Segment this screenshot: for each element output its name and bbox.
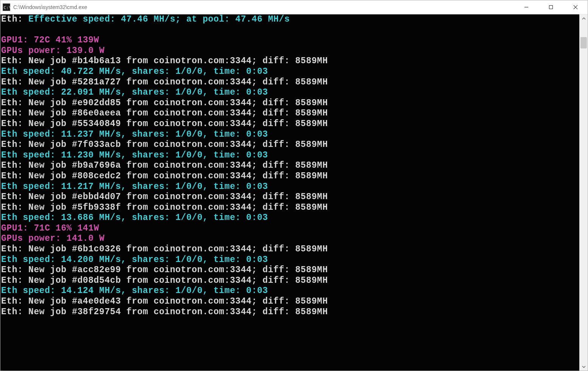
line-text: 11.230 MH/s, shares: 1/0/0, time: 0:03 bbox=[56, 150, 268, 160]
line-label: Eth: bbox=[1, 203, 23, 212]
terminal-line: Eth: New job #a4e0de43 from coinotron.co… bbox=[1, 296, 579, 307]
scrollbar-thumb[interactable] bbox=[580, 37, 587, 48]
terminal-line: Eth speed: 11.237 MH/s, shares: 1/0/0, t… bbox=[1, 129, 579, 140]
terminal-line: GPU1: 72C 41% 139W bbox=[1, 35, 579, 46]
line-label: GPUs power: bbox=[1, 234, 61, 243]
terminal-line: Eth: New job #e902dd85 from coinotron.co… bbox=[1, 98, 579, 109]
line-label: Eth: bbox=[1, 244, 23, 254]
line-label: Eth: bbox=[1, 56, 23, 66]
terminal-line: GPU1: 71C 16% 141W bbox=[1, 223, 579, 234]
svg-text:C:\: C:\ bbox=[4, 5, 11, 10]
line-label: Eth: bbox=[1, 119, 23, 129]
terminal-line: GPUs power: 141.0 W bbox=[1, 234, 579, 244]
terminal-line: GPUs power: 139.0 W bbox=[1, 46, 579, 56]
terminal-line: Eth: New job #808cedc2 from coinotron.co… bbox=[1, 171, 579, 182]
line-label: GPU1: bbox=[1, 223, 28, 233]
line-label: Eth: bbox=[1, 171, 23, 181]
line-text: Effective speed: 47.46 MH/s; at pool: 47… bbox=[23, 14, 290, 24]
line-text: 22.091 MH/s, shares: 1/0/0, time: 0:03 bbox=[56, 87, 268, 97]
terminal-line: Eth: New job #ebbd4d07 from coinotron.co… bbox=[1, 192, 579, 203]
line-label: Eth speed: bbox=[1, 129, 56, 139]
terminal-line: Eth speed: 40.722 MH/s, shares: 1/0/0, t… bbox=[1, 67, 579, 77]
line-label: Eth: bbox=[1, 276, 23, 285]
line-text: New job #b14b6a13 from coinotron.com:334… bbox=[23, 56, 328, 66]
line-text: 72C 41% 139W bbox=[28, 35, 99, 45]
line-text: 141.0 W bbox=[61, 234, 104, 243]
terminal-line: Eth: New job #7f033acb from coinotron.co… bbox=[1, 140, 579, 150]
titlebar[interactable]: C:\ C:\Windows\system32\cmd.exe bbox=[0, 0, 588, 14]
terminal-line: Eth speed: 11.230 MH/s, shares: 1/0/0, t… bbox=[1, 150, 579, 161]
line-label: Eth speed: bbox=[1, 87, 56, 97]
client-area: Eth: Effective speed: 47.46 MH/s; at poo… bbox=[0, 14, 588, 371]
line-label: Eth speed: bbox=[1, 150, 56, 160]
terminal-line: Eth: New job #38f29754 from coinotron.co… bbox=[1, 307, 579, 318]
minimize-button[interactable] bbox=[514, 0, 538, 14]
line-label: Eth speed: bbox=[1, 213, 56, 223]
terminal-line: Eth speed: 14.124 MH/s, shares: 1/0/0, t… bbox=[1, 286, 579, 296]
line-text: New job #86e0aeea from coinotron.com:334… bbox=[23, 108, 328, 118]
terminal-line: Eth: New job #86e0aeea from coinotron.co… bbox=[1, 108, 579, 119]
line-label: Eth: bbox=[1, 192, 23, 202]
terminal-line: Eth speed: 22.091 MH/s, shares: 1/0/0, t… bbox=[1, 87, 579, 98]
scroll-up-button[interactable] bbox=[580, 14, 588, 22]
terminal-line: Eth: New job #d08d54cb from coinotron.co… bbox=[1, 276, 579, 286]
line-label: GPUs power: bbox=[1, 46, 61, 56]
line-text: 11.237 MH/s, shares: 1/0/0, time: 0:03 bbox=[56, 129, 268, 139]
line-text: New job #5281a727 from coinotron.com:334… bbox=[23, 77, 328, 87]
window-buttons bbox=[514, 0, 588, 14]
window-title: C:\Windows\system32\cmd.exe bbox=[13, 4, 514, 10]
terminal-line: Eth speed: 11.217 MH/s, shares: 1/0/0, t… bbox=[1, 182, 579, 192]
line-label: Eth speed: bbox=[1, 255, 56, 265]
line-label: Eth: bbox=[1, 14, 23, 24]
terminal-line: Eth speed: 13.686 MH/s, shares: 1/0/0, t… bbox=[1, 213, 579, 223]
line-text: 40.722 MH/s, shares: 1/0/0, time: 0:03 bbox=[56, 67, 268, 76]
line-text: 139.0 W bbox=[61, 46, 104, 56]
line-text: 14.200 MH/s, shares: 1/0/0, time: 0:03 bbox=[56, 255, 268, 265]
line-label: Eth: bbox=[1, 265, 23, 275]
terminal-line: Eth: New job #5fb9338f from coinotron.co… bbox=[1, 203, 579, 213]
line-text: New job #d08d54cb from coinotron.com:334… bbox=[23, 276, 328, 285]
line-text: New job #b9a7696a from coinotron.com:334… bbox=[23, 161, 328, 170]
svg-rect-3 bbox=[549, 6, 552, 9]
terminal-line: Eth: New job #b9a7696a from coinotron.co… bbox=[1, 161, 579, 171]
line-text: New job #a4e0de43 from coinotron.com:334… bbox=[23, 296, 328, 306]
close-button[interactable] bbox=[563, 0, 588, 14]
line-label: Eth: bbox=[1, 307, 23, 317]
line-label: GPU1: bbox=[1, 35, 28, 45]
line-text: 13.686 MH/s, shares: 1/0/0, time: 0:03 bbox=[56, 213, 268, 223]
line-text: New job #7f033acb from coinotron.com:334… bbox=[23, 140, 328, 150]
vertical-scrollbar[interactable] bbox=[579, 14, 588, 371]
line-label: Eth: bbox=[1, 161, 23, 170]
terminal-line: Eth: New job #55340849 from coinotron.co… bbox=[1, 119, 579, 129]
line-label: Eth speed: bbox=[1, 67, 56, 76]
line-text: 14.124 MH/s, shares: 1/0/0, time: 0:03 bbox=[56, 286, 268, 296]
line-text: New job #5fb9338f from coinotron.com:334… bbox=[23, 203, 328, 212]
terminal-output[interactable]: Eth: Effective speed: 47.46 MH/s; at poo… bbox=[0, 14, 579, 371]
cmd-icon: C:\ bbox=[3, 3, 10, 11]
terminal-line: Eth speed: 14.200 MH/s, shares: 1/0/0, t… bbox=[1, 255, 579, 265]
line-label: Eth: bbox=[1, 77, 23, 87]
line-label: Eth: bbox=[1, 108, 23, 118]
terminal-line: Eth: Effective speed: 47.46 MH/s; at poo… bbox=[1, 14, 579, 25]
terminal-line: Eth: New job #acc82e99 from coinotron.co… bbox=[1, 265, 579, 276]
maximize-button[interactable] bbox=[538, 0, 563, 14]
line-text: New job #38f29754 from coinotron.com:334… bbox=[23, 307, 328, 317]
line-text: 11.217 MH/s, shares: 1/0/0, time: 0:03 bbox=[56, 182, 268, 192]
scroll-down-button[interactable] bbox=[580, 363, 588, 371]
line-text: New job #acc82e99 from coinotron.com:334… bbox=[23, 265, 328, 275]
line-label: Eth: bbox=[1, 296, 23, 306]
line-text: New job #6b1c0326 from coinotron.com:334… bbox=[23, 244, 328, 254]
line-label: Eth: bbox=[1, 98, 23, 108]
line-text: New job #e902dd85 from coinotron.com:334… bbox=[23, 98, 328, 108]
terminal-line bbox=[1, 25, 579, 36]
cmd-window: C:\ C:\Windows\system32\cmd.exe Eth: Eff… bbox=[0, 0, 588, 371]
terminal-line: Eth: New job #b14b6a13 from coinotron.co… bbox=[1, 56, 579, 67]
line-label: Eth speed: bbox=[1, 182, 56, 192]
terminal-line: Eth: New job #5281a727 from coinotron.co… bbox=[1, 77, 579, 88]
terminal-line: Eth: New job #6b1c0326 from coinotron.co… bbox=[1, 244, 579, 255]
line-text: New job #55340849 from coinotron.com:334… bbox=[23, 119, 328, 129]
line-label: Eth speed: bbox=[1, 286, 56, 296]
line-label: Eth: bbox=[1, 140, 23, 150]
line-text: New job #ebbd4d07 from coinotron.com:334… bbox=[23, 192, 328, 202]
line-text: 71C 16% 141W bbox=[28, 223, 99, 233]
